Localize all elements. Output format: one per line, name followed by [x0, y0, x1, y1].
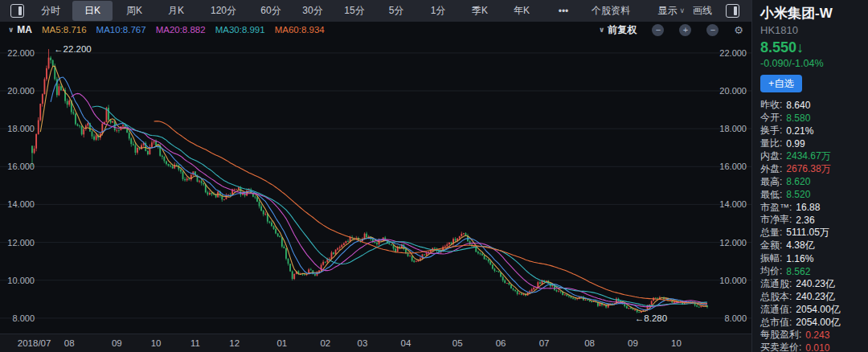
ma-legend-item: MA60:8.934 — [275, 25, 325, 35]
stat-row: 市净率:2.36 — [760, 214, 863, 227]
adjust-mode-menu[interactable]: ∨ 前复权 — [599, 23, 637, 37]
price-change: -0.090/-1.04% — [760, 58, 863, 69]
stat-row: 最低:8.520 — [760, 188, 863, 201]
svg-text:14.000: 14.000 — [7, 199, 35, 209]
stat-value: 8.520 — [786, 189, 810, 200]
stat-row: 振幅:1.16% — [760, 252, 863, 265]
stat-value: 2054.00亿 — [796, 303, 840, 317]
settings-gear-icon[interactable]: ⚙ — [734, 25, 743, 35]
zoom-out-button[interactable]: − — [652, 24, 664, 36]
add-watchlist-button[interactable]: +自选 — [760, 75, 802, 92]
x-axis-label: 06 — [496, 338, 506, 348]
display-menu[interactable]: 显示 ∨ — [657, 4, 685, 18]
svg-text:20.000: 20.000 — [719, 86, 747, 96]
stat-row: 买卖差价:0.010 — [760, 342, 863, 352]
tab-quarterly-k[interactable]: 季K — [460, 1, 500, 21]
tab-more-periods[interactable]: ••• — [543, 2, 583, 20]
stat-value: 16.88 — [796, 202, 820, 213]
stat-value: 4.38亿 — [786, 239, 814, 252]
svg-text:18.000: 18.000 — [719, 124, 747, 133]
ma-indicator-bar: ∨ MA MA5:8.716MA10:8.767MA20:8.882MA30:8… — [0, 22, 751, 38]
x-axis-label: 08 — [584, 338, 595, 348]
chart-main-area: 8.0008.00010.00010.00012.00012.00014.000… — [0, 0, 751, 352]
ma-legend-item: MA20:8.882 — [156, 25, 206, 35]
period-tabs: 分时日K周K月K120分60分30分15分5分1分季K年K•••个股资料 — [30, 1, 637, 21]
svg-text:8.000: 8.000 — [12, 313, 35, 323]
ma-legend-item: MA10:8.767 — [96, 25, 146, 35]
svg-text:20.000: 20.000 — [7, 86, 35, 96]
stat-row: 内盘:2434.67万 — [760, 150, 863, 163]
stat-row: 量比:0.99 — [760, 137, 863, 150]
x-axis-label: 07 — [539, 338, 550, 348]
layout-toggle-icon[interactable] — [10, 4, 24, 18]
stat-label: 每股盈利: — [760, 328, 801, 342]
stat-value: 8.562 — [786, 266, 810, 277]
stat-value: 5111.05万 — [786, 226, 829, 239]
toolbar-right-group: 显示 ∨ 画线 — [657, 4, 745, 18]
ma-group-toggle[interactable]: ∨ MA — [8, 24, 32, 35]
x-axis-label: 04 — [401, 338, 411, 348]
stat-label: 今开: — [760, 111, 782, 125]
stat-label: 市盈™: — [760, 201, 792, 215]
svg-text:22.000: 22.000 — [719, 48, 747, 58]
stat-label: 振幅: — [760, 252, 782, 265]
svg-text:16.000: 16.000 — [719, 162, 747, 171]
stats-list: 昨收:8.640今开:8.580换手:0.21%量比:0.99内盘:2434.6… — [760, 99, 863, 352]
tab-weekly-k[interactable]: 周K — [114, 1, 154, 21]
period-toolbar: 分时日K周K月K120分60分30分15分5分1分季K年K•••个股资料 显示 … — [0, 0, 751, 22]
stat-row: 流通股:240.23亿 — [760, 277, 863, 290]
x-axis-label: 02 — [320, 338, 330, 348]
stat-row: 最高:8.620 — [760, 175, 863, 188]
tab-15min[interactable]: 15分 — [334, 1, 375, 21]
draw-line-button[interactable]: 画线 — [693, 4, 712, 18]
tab-monthly-k[interactable]: 月K — [156, 1, 196, 21]
chart-canvas[interactable]: 8.0008.00010.00010.00012.00012.00014.000… — [0, 0, 751, 352]
svg-text:12.000: 12.000 — [7, 238, 35, 248]
tab-yearly-k[interactable]: 年K — [502, 1, 542, 21]
tab-stock-info[interactable]: 个股资料 — [585, 1, 637, 21]
stat-label: 昨收: — [760, 98, 782, 112]
stat-row: 今开:8.580 — [760, 112, 863, 125]
tab-60min[interactable]: 60分 — [251, 1, 291, 21]
tab-daily-k[interactable]: 日K — [72, 1, 113, 21]
stat-label: 金额: — [760, 239, 782, 252]
zoom-in-button[interactable]: + — [679, 24, 691, 36]
x-axis-label: 03 — [358, 338, 368, 348]
svg-text:16.000: 16.000 — [7, 162, 35, 171]
chevron-down-icon: ∨ — [599, 27, 604, 34]
ma-group-label: MA — [17, 24, 32, 35]
x-axis-label: 10 — [151, 338, 162, 348]
svg-text:14.000: 14.000 — [719, 199, 747, 209]
stat-label: 量比: — [760, 137, 782, 150]
stat-label: 最高: — [760, 175, 782, 189]
stat-value: 0.99 — [786, 138, 805, 149]
right-panel-toggle-icon[interactable] — [726, 4, 739, 18]
ma-legend-item: MA5:8.716 — [42, 25, 87, 35]
svg-text:18.000: 18.000 — [7, 124, 35, 133]
ma-legend: MA5:8.716MA10:8.767MA20:8.882MA30:8.991M… — [42, 25, 325, 35]
stock-info-panel: 小米集团-W HK1810 8.550↓ -0.090/-1.04% +自选 昨… — [751, 0, 868, 352]
adjust-mode-label: 前复权 — [608, 23, 637, 37]
stat-label: 流通值: — [760, 303, 792, 317]
stat-value: 2054.00亿 — [796, 316, 840, 329]
stat-label: 流通股: — [760, 277, 792, 291]
stat-label: 总股本: — [760, 290, 792, 304]
stat-value: 2434.67万 — [786, 149, 830, 163]
tab-timeshare[interactable]: 分时 — [31, 1, 71, 21]
stat-value: 0.21% — [786, 125, 813, 137]
tab-1min[interactable]: 1分 — [418, 1, 458, 21]
stat-row: 总量:5111.05万 — [760, 227, 863, 239]
tab-30min[interactable]: 30分 — [293, 1, 333, 21]
x-axis-label: 01 — [276, 338, 287, 348]
stat-label: 总市值: — [760, 316, 792, 329]
collapse-button[interactable]: − — [706, 24, 719, 36]
svg-text:←22.200: ←22.200 — [54, 44, 92, 54]
stat-value: 2676.38万 — [786, 162, 830, 176]
svg-text:8.000: 8.000 — [724, 313, 747, 323]
svg-text:10.000: 10.000 — [7, 276, 35, 285]
draw-line-label: 画线 — [693, 4, 712, 18]
tab-5min[interactable]: 5分 — [376, 1, 416, 21]
stat-row: 每股盈利:0.243 — [760, 329, 863, 342]
tab-120min[interactable]: 120分 — [198, 1, 249, 21]
stat-row: 金额:4.38亿 — [760, 239, 863, 252]
